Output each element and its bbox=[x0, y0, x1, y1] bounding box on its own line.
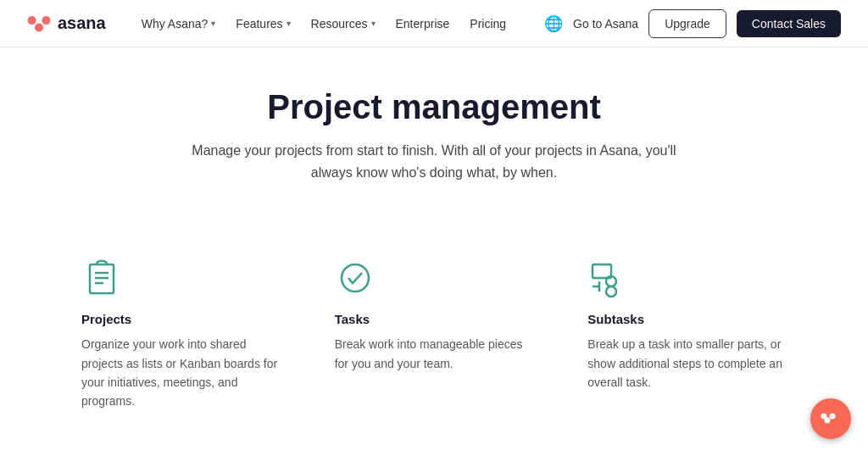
navbar: asana Why Asana? ▾ Features ▾ Resources … bbox=[0, 0, 868, 47]
fab-button[interactable] bbox=[810, 398, 851, 439]
chevron-down-icon: ▾ bbox=[287, 19, 291, 28]
hero-description: Manage your projects from start to finis… bbox=[180, 140, 688, 183]
clipboard-icon bbox=[81, 258, 122, 298]
projects-title: Projects bbox=[81, 312, 281, 326]
svg-point-25 bbox=[821, 414, 827, 420]
feature-card-tasks: Tasks Break work into manageable pieces … bbox=[308, 237, 561, 438]
nav-links: Why Asana? ▾ Features ▾ Resources ▾ Ente… bbox=[133, 12, 544, 36]
subtask-icon bbox=[587, 258, 628, 298]
svg-point-26 bbox=[830, 414, 836, 420]
projects-desc: Organize your work into shared projects … bbox=[81, 335, 281, 411]
nav-enterprise[interactable]: Enterprise bbox=[387, 12, 459, 36]
logo[interactable]: asana bbox=[27, 12, 106, 36]
svg-point-0 bbox=[35, 23, 43, 31]
nav-features[interactable]: Features ▾ bbox=[227, 12, 298, 36]
nav-pricing[interactable]: Pricing bbox=[461, 12, 515, 36]
upgrade-button[interactable]: Upgrade bbox=[648, 9, 726, 38]
go-to-asana-link[interactable]: Go to Asana bbox=[573, 17, 638, 31]
hero-title: Project management bbox=[27, 88, 841, 126]
contact-sales-button[interactable]: Contact Sales bbox=[737, 10, 841, 37]
nav-right: 🌐 Go to Asana Upgrade Contact Sales bbox=[544, 9, 841, 38]
nav-why-asana[interactable]: Why Asana? ▾ bbox=[133, 12, 225, 36]
nav-resources[interactable]: Resources ▾ bbox=[303, 12, 384, 36]
feature-card-task-assignees: Task assignees bbox=[308, 438, 561, 456]
subtasks-desc: Break up a task into smaller parts, or s… bbox=[587, 335, 787, 392]
globe-icon[interactable]: 🌐 bbox=[544, 14, 563, 33]
feature-card-projects: Projects Organize your work into shared … bbox=[54, 237, 308, 438]
tasks-title: Tasks bbox=[335, 312, 534, 326]
feature-card-sections: Sections bbox=[560, 438, 814, 456]
subtasks-title: Subtasks bbox=[587, 312, 787, 326]
feature-card-subtasks: Subtasks Break up a task into smaller pa… bbox=[560, 237, 814, 438]
svg-point-1 bbox=[28, 16, 36, 25]
chevron-down-icon: ▾ bbox=[371, 19, 376, 28]
features-grid: Projects Organize your work into shared … bbox=[27, 237, 841, 456]
svg-point-12 bbox=[606, 286, 616, 297]
check-circle-icon bbox=[335, 258, 376, 298]
logo-text: asana bbox=[58, 14, 106, 33]
chevron-down-icon: ▾ bbox=[211, 19, 215, 28]
tasks-desc: Break work into manageable pieces for yo… bbox=[335, 335, 534, 373]
hero-section: Project management Manage your projects … bbox=[0, 47, 868, 210]
svg-point-2 bbox=[42, 16, 50, 25]
svg-point-7 bbox=[342, 264, 369, 292]
feature-card-milestones: Milestones bbox=[54, 438, 308, 456]
